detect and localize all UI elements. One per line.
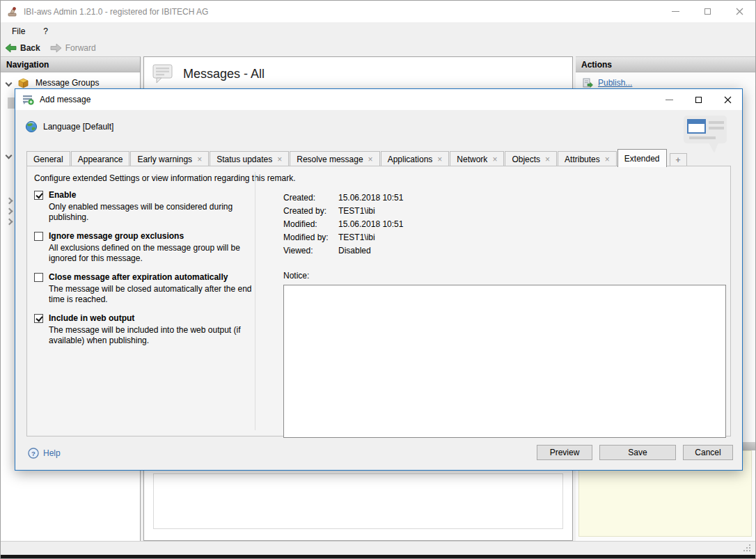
close-tab-icon[interactable]: ×	[277, 156, 282, 163]
sidebar-item-label: Message Groups	[36, 78, 99, 88]
close-tab-icon[interactable]: ×	[368, 156, 373, 163]
info-label: Viewed:	[283, 246, 338, 259]
notice-input[interactable]	[283, 285, 726, 438]
checkbox-label: Enable	[49, 190, 76, 200]
navigation-header: Navigation	[1, 57, 140, 72]
tab-resolve-message[interactable]: Resolve message×	[290, 151, 379, 166]
chevron-right-icon	[6, 197, 13, 204]
dialog-minimize-button[interactable]	[654, 89, 684, 110]
checkbox-description: The message will be closed automatically…	[49, 284, 258, 305]
info-value: TEST1\ibi	[338, 206, 723, 219]
checkbox-label: Ignore message group exclusions	[49, 231, 184, 241]
publish-link: Publish...	[598, 78, 632, 88]
app-window: IBI-aws Admin 1.21.0 - registered for IB…	[0, 0, 756, 559]
minimize-button[interactable]	[659, 1, 691, 22]
tab-label: Early warnings	[137, 155, 192, 164]
tab-label: Resolve message	[297, 155, 363, 164]
window-bottom-edge	[1, 555, 755, 558]
info-label: Modified:	[283, 219, 338, 233]
tab-extended[interactable]: Extended	[617, 149, 667, 167]
checkbox-description: The message will be included into the we…	[49, 325, 258, 346]
save-button[interactable]: Save	[599, 445, 676, 460]
help-icon: ?	[28, 448, 39, 459]
info-label: Created by:	[283, 206, 338, 219]
info-value: TEST1\ibi	[338, 233, 723, 246]
tab-label: Network	[457, 155, 487, 164]
message-groups-icon	[17, 78, 29, 88]
back-button[interactable]: Back	[5, 43, 40, 53]
tab-applications[interactable]: Applications×	[381, 151, 450, 166]
checkbox-icon[interactable]	[34, 232, 43, 241]
minimize-icon	[666, 100, 673, 100]
chevron-right-icon	[6, 218, 13, 225]
tab-appearance[interactable]: Appearance	[71, 151, 130, 166]
toolbar: Back Forward	[1, 40, 755, 56]
checkbox-ignore-exclusions[interactable]: Ignore message group exclusions	[34, 231, 255, 241]
cancel-button[interactable]: Cancel	[683, 445, 733, 460]
menu-help[interactable]: ?	[36, 24, 55, 38]
dialog-maximize-button[interactable]	[684, 89, 713, 110]
maximize-icon	[695, 97, 702, 103]
tree-expander[interactable]	[7, 205, 12, 216]
tab-objects[interactable]: Objects×	[505, 151, 557, 166]
globe-icon	[25, 120, 38, 133]
publish-icon	[583, 78, 593, 88]
info-value: 15.06.2018 10:51	[338, 219, 723, 233]
page-title: Messages - All	[183, 67, 265, 81]
status-bar	[1, 541, 755, 555]
checkbox-description: All exclusions defined on the message gr…	[49, 243, 258, 264]
checkbox-enable[interactable]: Enable	[34, 190, 255, 200]
menu-file[interactable]: File	[5, 24, 32, 38]
tree-expander[interactable]	[7, 216, 12, 227]
metadata-grid: Created: 15.06.2018 10:51 Created by: TE…	[283, 193, 723, 259]
back-icon	[5, 43, 17, 53]
checkbox-include-web-output[interactable]: Include in web output	[34, 313, 255, 323]
forward-icon	[50, 43, 62, 53]
tree-expander[interactable]	[7, 195, 12, 206]
add-tab-button[interactable]: +	[670, 153, 687, 166]
menu-bar: File ?	[1, 22, 755, 40]
tab-label: General	[33, 155, 63, 164]
chevron-down-icon[interactable]	[6, 79, 13, 86]
close-tab-icon[interactable]: ×	[545, 156, 550, 163]
close-tab-icon[interactable]: ×	[492, 156, 497, 163]
resize-grip[interactable]	[743, 544, 752, 553]
app-icon	[7, 6, 18, 17]
checkbox-icon[interactable]	[34, 273, 43, 282]
dialog-close-button[interactable]	[713, 89, 742, 110]
tab-status-updates[interactable]: Status updates×	[210, 151, 289, 166]
checkbox-close-after-expiration[interactable]: Close message after expiration automatic…	[34, 272, 255, 282]
tab-network[interactable]: Network×	[450, 151, 504, 166]
svg-text:?: ?	[31, 450, 36, 457]
close-tab-icon[interactable]: ×	[437, 156, 442, 163]
info-value: 15.06.2018 10:51	[338, 193, 723, 206]
maximize-button[interactable]	[691, 1, 723, 22]
language-label: Language [Default]	[43, 122, 113, 132]
tab-label: Objects	[512, 155, 540, 164]
action-item-publish[interactable]: Publish...	[576, 72, 755, 88]
notice-label: Notice:	[283, 271, 723, 281]
window-title: IBI-aws Admin 1.21.0 - registered for IB…	[24, 7, 208, 17]
close-tab-icon[interactable]: ×	[605, 156, 610, 163]
close-tab-icon[interactable]: ×	[197, 156, 202, 163]
sidebar-item-message-groups[interactable]: Message Groups	[6, 77, 99, 88]
back-label: Back	[20, 43, 40, 53]
tab-label: Attributes	[565, 155, 600, 164]
settings-column: Enable Only enabled messages will be con…	[34, 190, 255, 354]
tab-general[interactable]: General	[26, 151, 70, 166]
tab-early-warnings[interactable]: Early warnings×	[130, 151, 209, 166]
tab-attributes[interactable]: Attributes×	[558, 151, 617, 166]
preview-button[interactable]: Preview	[537, 445, 592, 460]
tree-expander[interactable]	[6, 150, 11, 161]
forward-button[interactable]: Forward	[50, 43, 96, 53]
dialog-tabstrip: General Appearance Early warnings× Statu…	[26, 148, 731, 166]
dialog-titlebar: Add message	[15, 89, 742, 110]
help-link[interactable]: ? Help	[28, 448, 61, 459]
close-button[interactable]	[723, 1, 755, 22]
language-selector[interactable]: Language [Default]	[25, 120, 113, 133]
checkbox-icon[interactable]	[34, 314, 43, 323]
checkbox-icon[interactable]	[34, 191, 43, 200]
close-icon	[736, 8, 743, 15]
tab-label: Extended	[624, 154, 660, 164]
window-titlebar: IBI-aws Admin 1.21.0 - registered for IB…	[1, 1, 755, 22]
